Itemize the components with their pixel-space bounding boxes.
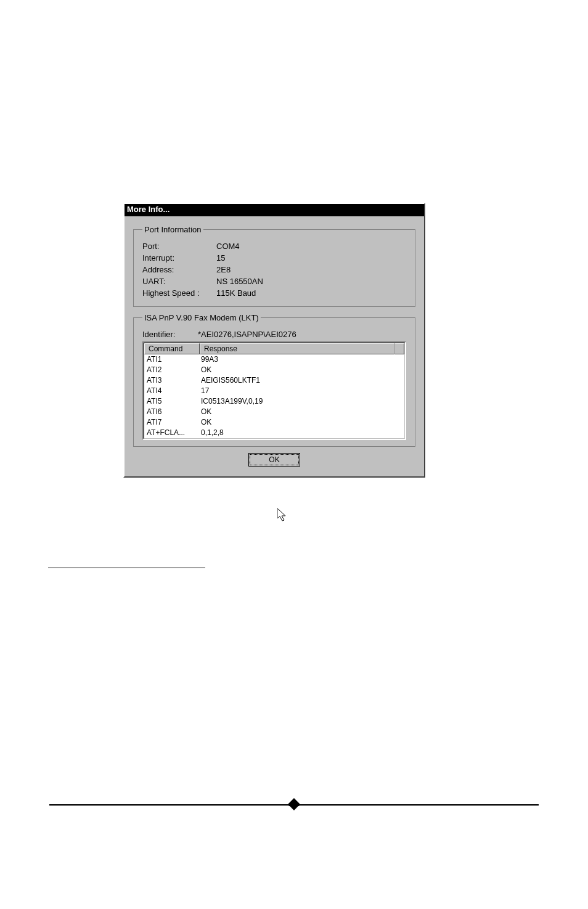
list-header: Command Response <box>144 343 404 354</box>
identifier-value: *AEI0276,ISAPNP\AEI0276 <box>198 330 296 339</box>
cell-command: ATI1 <box>147 354 201 365</box>
window-title: More Info... <box>127 205 169 214</box>
modem-legend: ISA PnP V.90 Fax Modem (LKT) <box>142 313 261 322</box>
header-spacer <box>394 343 404 354</box>
more-info-window: More Info... Port Information Port:COM4 … <box>123 203 425 478</box>
header-command[interactable]: Command <box>144 343 200 354</box>
highest-speed-label: Highest Speed : <box>142 288 216 298</box>
diamond-icon <box>288 798 300 810</box>
identifier-label: Identifier: <box>142 330 198 339</box>
cell-response: 0,1,2,8 <box>201 428 224 438</box>
list-item[interactable]: ATI199A3 <box>147 354 402 365</box>
underline-decor <box>48 568 205 568</box>
list-item[interactable]: AT+FCLA...0,1,2,8 <box>147 428 402 438</box>
list-item[interactable]: ATI6OK <box>147 407 402 417</box>
cell-command: ATI4 <box>147 386 201 396</box>
cell-response: OK <box>201 417 211 428</box>
cell-command: ATI3 <box>147 375 201 386</box>
cell-command: ATI6 <box>147 407 201 417</box>
address-label: Address: <box>142 265 216 274</box>
list-item[interactable]: ATI417 <box>147 386 402 396</box>
ok-button[interactable]: OK <box>248 453 300 467</box>
cell-response: 17 <box>201 386 209 396</box>
cell-response: OK <box>201 407 211 417</box>
cell-response: OK <box>201 365 211 375</box>
svg-marker-0 <box>277 508 285 521</box>
address-value: 2E8 <box>216 265 231 274</box>
footer-decor <box>49 804 539 806</box>
cell-command: ATI2 <box>147 365 201 375</box>
cell-response: 99A3 <box>201 354 218 365</box>
port-information-group: Port Information Port:COM4 Interrupt:15 … <box>133 225 415 307</box>
interrupt-value: 15 <box>216 253 225 263</box>
cell-response: IC0513A199V,0,19 <box>201 396 263 407</box>
modem-group: ISA PnP V.90 Fax Modem (LKT) Identifier:… <box>133 313 415 447</box>
header-response[interactable]: Response <box>200 343 394 354</box>
uart-label: UART: <box>142 277 216 286</box>
title-bar: More Info... <box>125 204 424 216</box>
list-item[interactable]: ATI2OK <box>147 365 402 375</box>
cell-command: AT+FCLA... <box>147 428 201 438</box>
cell-command: ATI5 <box>147 396 201 407</box>
interrupt-label: Interrupt: <box>142 253 216 263</box>
port-information-legend: Port Information <box>142 225 203 234</box>
response-list[interactable]: Command Response ATI199A3ATI2OKATI3AEIGI… <box>142 341 406 440</box>
port-value: COM4 <box>216 242 240 251</box>
ok-button-label: OK <box>250 454 299 465</box>
cursor-icon <box>277 508 290 523</box>
list-item[interactable]: ATI7OK <box>147 417 402 428</box>
list-item[interactable]: ATI3AEIGIS560LKTF1 <box>147 375 402 386</box>
cell-response: AEIGIS560LKTF1 <box>201 375 260 386</box>
port-label: Port: <box>142 242 216 251</box>
uart-value: NS 16550AN <box>216 277 263 286</box>
list-item[interactable]: ATI5IC0513A199V,0,19 <box>147 396 402 407</box>
cell-command: ATI7 <box>147 417 201 428</box>
highest-speed-value: 115K Baud <box>216 288 256 298</box>
